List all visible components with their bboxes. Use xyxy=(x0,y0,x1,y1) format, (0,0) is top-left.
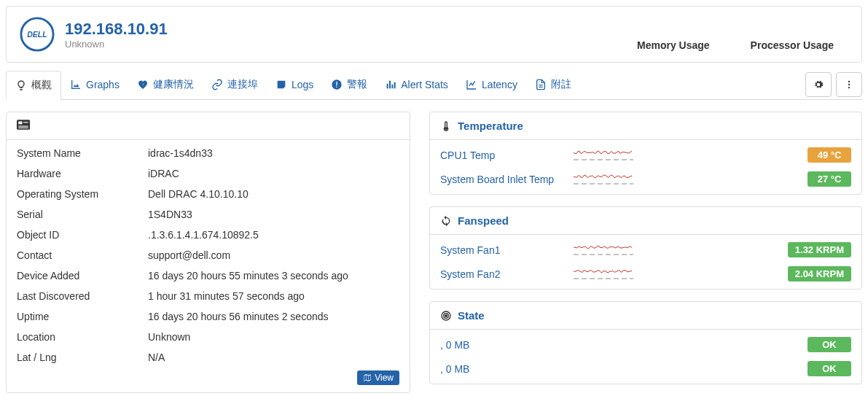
device-subtitle: Unknown xyxy=(65,39,168,50)
sensor-link[interactable]: System Fan2 xyxy=(440,268,568,280)
tab-alerts[interactable]: 警報 xyxy=(322,70,376,99)
sensor-sparkline xyxy=(574,172,802,187)
sensor-sparkline xyxy=(574,243,782,257)
line-chart-icon xyxy=(466,79,477,90)
detail-key: Serial xyxy=(17,209,148,220)
tabs: 概觀 Graphs 健康情況 連接埠 Logs 警報 xyxy=(6,70,580,99)
file-icon xyxy=(535,79,547,90)
detail-value: iDRAC xyxy=(148,168,399,179)
ellipsis-vertical-icon xyxy=(844,79,854,90)
detail-key: Hardware xyxy=(17,168,148,179)
tab-label: Graphs xyxy=(86,79,120,90)
sensor-badge: 49 °C xyxy=(808,147,851,163)
thermometer-icon xyxy=(440,120,452,132)
tab-logs[interactable]: Logs xyxy=(267,70,322,99)
area-chart-icon xyxy=(70,79,82,90)
view-button-label: View xyxy=(375,373,394,383)
dell-logo: DELL xyxy=(20,17,55,52)
panel-title: Temperature xyxy=(458,120,523,132)
detail-value: support@dell.com xyxy=(148,249,399,261)
sensor-link[interactable]: , 0 MB xyxy=(440,363,568,375)
exclamation-circle-icon xyxy=(331,79,343,90)
detail-row: LocationUnknown xyxy=(7,327,410,347)
detail-row: System Nameidrac-1s4dn33 xyxy=(7,143,410,163)
tab-ports[interactable]: 連接埠 xyxy=(203,70,267,99)
memory-usage-link[interactable]: Memory Usage xyxy=(637,39,710,51)
fanspeed-panel: Fanspeed System Fan11.32 KRPMSystem Fan2… xyxy=(429,206,862,290)
svg-point-7 xyxy=(848,87,850,88)
device-details-panel: System Nameidrac-1s4dn33HardwareiDRACOpe… xyxy=(6,112,410,393)
sensor-row: CPU1 Temp49 °C xyxy=(430,143,861,167)
detail-value: idrac-1s4dn33 xyxy=(148,147,399,159)
view-location-button[interactable]: View xyxy=(357,370,399,385)
tab-label: 附註 xyxy=(551,78,571,91)
sensor-row: System Board Inlet Temp27 °C xyxy=(430,167,861,191)
sensor-link[interactable]: CPU1 Temp xyxy=(440,150,568,161)
svg-rect-12 xyxy=(18,128,28,128)
sensor-badge: 27 °C xyxy=(808,171,851,187)
svg-point-5 xyxy=(848,81,850,82)
detail-key: Last Discovered xyxy=(17,290,148,302)
detail-key: Location xyxy=(17,331,148,343)
sensor-row: , 0 MBOK xyxy=(430,333,861,357)
map-icon xyxy=(363,373,372,382)
processor-usage-link[interactable]: Processor Usage xyxy=(751,39,834,51)
sensor-sparkline xyxy=(574,148,802,163)
tab-health[interactable]: 健康情況 xyxy=(128,70,203,99)
sensor-badge: OK xyxy=(808,361,851,376)
id-card-icon xyxy=(17,120,30,132)
sensor-link[interactable]: , 0 MB xyxy=(440,339,568,351)
settings-button[interactable] xyxy=(805,72,832,97)
detail-value: 16 days 20 hours 56 minutes 2 seconds xyxy=(148,311,399,322)
sensor-sparkline xyxy=(574,267,782,282)
tab-label: Logs xyxy=(292,79,313,90)
heartbeat-icon xyxy=(137,79,149,90)
gear-icon xyxy=(813,79,824,90)
svg-rect-3 xyxy=(337,82,337,85)
sensor-link[interactable]: System Fan1 xyxy=(440,244,568,256)
tab-overview[interactable]: 概觀 xyxy=(6,71,61,100)
header-metrics: Memory Usage Processor Usage xyxy=(637,39,848,51)
tab-latency[interactable]: Latency xyxy=(457,70,526,99)
detail-value: Unknown xyxy=(148,331,399,343)
lightbulb-icon xyxy=(15,79,27,91)
device-ip: 192.168.10.91 xyxy=(65,20,168,39)
detail-key: Lat / Lng xyxy=(17,352,148,363)
detail-row: HardwareiDRAC xyxy=(7,163,410,184)
detail-key: System Name xyxy=(17,147,148,159)
tab-label: 警報 xyxy=(347,78,367,91)
tab-notes[interactable]: 附註 xyxy=(526,70,580,99)
more-button[interactable] xyxy=(836,72,862,97)
bullseye-icon xyxy=(440,310,452,322)
detail-row: Lat / LngN/A xyxy=(7,347,410,368)
detail-key: Contact xyxy=(17,249,148,261)
svg-point-6 xyxy=(848,84,850,85)
svg-text:DELL: DELL xyxy=(27,30,47,39)
sensor-badge: 2.04 KRPM xyxy=(788,266,851,282)
tabs-row: 概觀 Graphs 健康情況 連接埠 Logs 警報 xyxy=(6,70,862,99)
refresh-icon xyxy=(440,215,452,227)
sticky-note-icon xyxy=(275,79,287,90)
detail-key: Uptime xyxy=(17,311,148,322)
tab-label: Latency xyxy=(482,79,517,90)
detail-row: Operating SystemDell DRAC 4.10.10.10 xyxy=(7,184,410,204)
svg-rect-10 xyxy=(23,122,28,123)
detail-row: Contactsupport@dell.com xyxy=(7,245,410,265)
detail-row: Object ID.1.3.6.1.4.1.674.10892.5 xyxy=(7,225,410,245)
svg-point-48 xyxy=(445,314,447,317)
state-panel: State , 0 MBOK, 0 MBOK xyxy=(429,301,862,384)
sensor-link[interactable]: System Board Inlet Temp xyxy=(440,174,568,185)
tab-label: 連接埠 xyxy=(227,78,258,91)
tab-graphs[interactable]: Graphs xyxy=(61,70,128,99)
sensor-badge: OK xyxy=(808,337,851,352)
bar-chart-icon xyxy=(385,79,396,90)
sensor-badge: 1.32 KRPM xyxy=(788,242,851,257)
sensor-row: System Fan22.04 KRPM xyxy=(430,262,861,286)
tab-label: 健康情況 xyxy=(153,78,194,91)
device-header: DELL 192.168.10.91 Unknown Memory Usage … xyxy=(6,6,862,63)
svg-point-13 xyxy=(445,128,447,130)
temperature-panel: Temperature CPU1 Temp49 °CSystem Board I… xyxy=(429,112,862,195)
tab-alert-stats[interactable]: Alert Stats xyxy=(376,70,457,99)
detail-value: N/A xyxy=(148,352,399,363)
detail-row: Uptime16 days 20 hours 56 minutes 2 seco… xyxy=(7,306,410,327)
